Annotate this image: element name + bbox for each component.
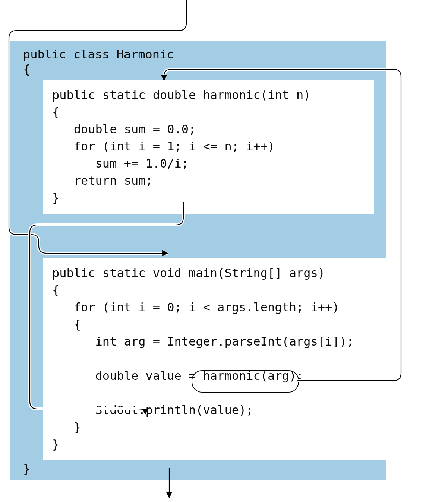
main-method-box: public static void main(String[] args) {…	[43, 258, 403, 460]
class-declaration: public class Harmonic {	[23, 47, 174, 77]
class-close-brace: }	[23, 462, 30, 476]
diagram-stage: public class Harmonic { } public static …	[0, 0, 448, 502]
harmonic-method-box: public static double harmonic(int n) { d…	[43, 80, 374, 214]
harmonic-call-oval	[192, 370, 299, 393]
